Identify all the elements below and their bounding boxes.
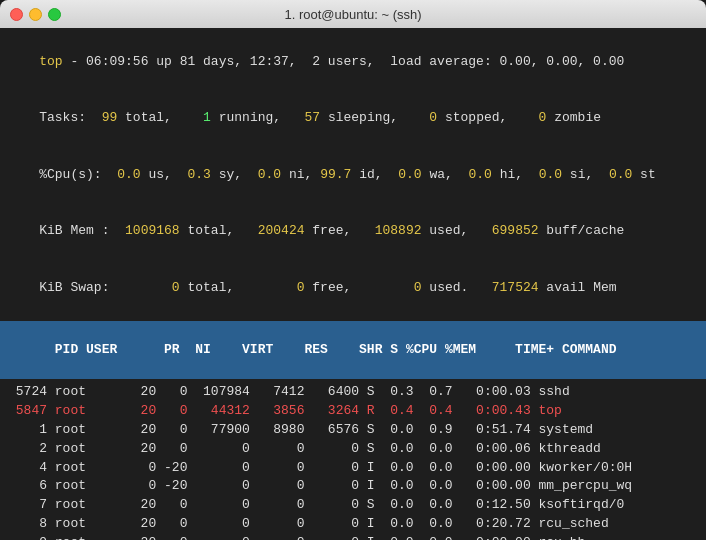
cpu-line: %Cpu(s): 0.0 us, 0.3 sy, 0.0 ni, 99.7 id… (8, 147, 698, 204)
table-row: 7 root 20 0 0 0 0 S 0.0 0.0 0:12.50 ksof… (8, 496, 698, 515)
mem-line: KiB Mem : 1009168 total, 200424 free, 10… (8, 204, 698, 261)
process-table-header: PID USER PR NI VIRT RES SHR S %CPU %MEM … (0, 321, 706, 380)
minimize-button[interactable] (29, 8, 42, 21)
table-row: 5724 root 20 0 107984 7412 6400 S 0.3 0.… (8, 383, 698, 402)
window-title: 1. root@ubuntu: ~ (ssh) (284, 7, 421, 22)
maximize-button[interactable] (48, 8, 61, 21)
top-command-line: top - 06:09:56 up 81 days, 12:37, 2 user… (8, 34, 698, 91)
header-text: PID USER PR NI VIRT RES SHR S %CPU %MEM … (39, 342, 616, 357)
table-row: 9 root 20 0 0 0 0 I 0.0 0.0 0:00.00 rcu_… (8, 534, 698, 540)
terminal: top - 06:09:56 up 81 days, 12:37, 2 user… (0, 28, 706, 540)
table-row: 2 root 20 0 0 0 0 S 0.0 0.0 0:00.06 kthr… (8, 440, 698, 459)
table-row: 4 root 0 -20 0 0 0 I 0.0 0.0 0:00.00 kwo… (8, 459, 698, 478)
title-bar: 1. root@ubuntu: ~ (ssh) (0, 0, 706, 28)
table-row: 6 root 0 -20 0 0 0 I 0.0 0.0 0:00.00 mm_… (8, 477, 698, 496)
process-list: 5724 root 20 0 107984 7412 6400 S 0.3 0.… (8, 383, 698, 540)
close-button[interactable] (10, 8, 23, 21)
swap-line: KiB Swap: 0 total, 0 free, 0 used. 71752… (8, 260, 698, 317)
tasks-line: Tasks: 99 total, 1 running, 57 sleeping,… (8, 91, 698, 148)
table-row: 8 root 20 0 0 0 0 I 0.0 0.0 0:20.72 rcu_… (8, 515, 698, 534)
table-row: 1 root 20 0 77900 8980 6576 S 0.0 0.9 0:… (8, 421, 698, 440)
table-row: 5847 root 20 0 44312 3856 3264 R 0.4 0.4… (8, 402, 698, 421)
title-bar-buttons (10, 8, 61, 21)
